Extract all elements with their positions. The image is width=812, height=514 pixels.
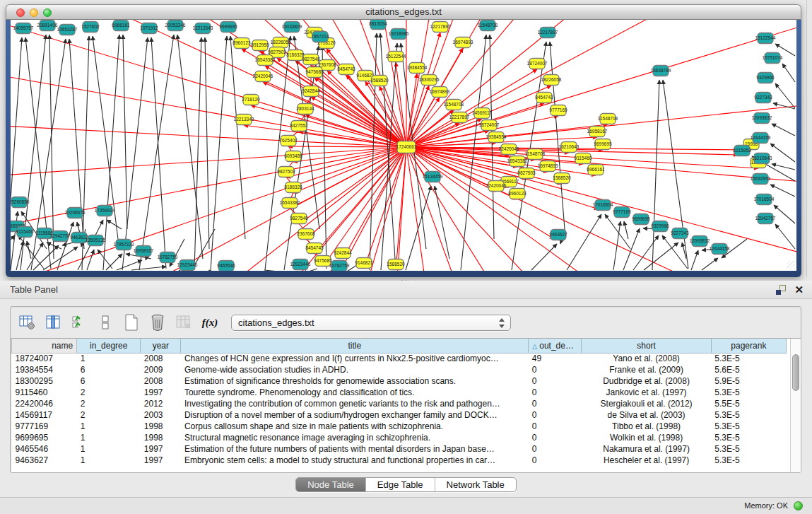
table-cell[interactable]: 9699695 (12, 432, 77, 443)
table-cell[interactable]: 5.3E-5 (711, 432, 786, 443)
graph-node[interactable]: 9115460 (575, 153, 592, 164)
table-cell[interactable]: 18300295 (12, 375, 77, 387)
table-row[interactable]: 911546021997Tourette syndrome. Phenomeno… (12, 387, 787, 398)
graph-node[interactable]: 9777169 (549, 105, 567, 116)
edge-black[interactable] (106, 254, 122, 270)
graph-node[interactable]: 12213343 (193, 23, 213, 34)
graph-node[interactable]: 9227343 (754, 93, 772, 103)
graph-node[interactable]: 9329966 (756, 73, 775, 83)
close-window-button[interactable] (16, 8, 25, 17)
graph-node[interactable]: 11548708 (444, 100, 464, 110)
graph-node[interactable]: 9242844 (302, 86, 320, 97)
edge-black[interactable] (550, 42, 565, 229)
graph-node[interactable]: 2718120 (242, 95, 260, 105)
graph-node[interactable]: 11548708 (598, 114, 618, 124)
table-cell[interactable]: de Silva et al. (2003) (582, 409, 711, 421)
graph-node[interactable]: 16958167 (134, 246, 154, 257)
table-cell[interactable]: Disruption of a novel member of a sodium… (181, 409, 529, 421)
graph-node[interactable]: 18724007 (479, 120, 500, 131)
graph-node[interactable]: 12093832 (752, 113, 772, 124)
edge-red[interactable] (306, 147, 406, 240)
table-cell[interactable]: 14569117 (12, 409, 77, 421)
zoom-window-button[interactable] (43, 8, 52, 17)
table-cell[interactable]: 0 (529, 364, 582, 375)
table-cell[interactable]: 0 (529, 375, 582, 387)
table-cell[interactable]: 2 (77, 398, 141, 409)
graph-node[interactable]: 1588520 (553, 173, 571, 184)
edge-black[interactable] (633, 235, 659, 270)
graph-node[interactable]: 7857224 (311, 32, 329, 42)
graph-node[interactable]: 18226058 (271, 37, 291, 48)
graph-node[interactable]: 9777169 (613, 207, 631, 218)
graph-node[interactable]: 16974893 (538, 161, 558, 172)
table-row[interactable]: 1872400712008Changes of HCN gene express… (12, 353, 787, 364)
graph-node[interactable]: 1588520 (387, 259, 405, 270)
table-cell[interactable]: 5.3E-5 (711, 443, 786, 455)
graph-node[interactable]: 9146821 (355, 258, 373, 269)
graph-node[interactable]: 14569117 (472, 108, 493, 119)
float-panel-icon[interactable] (776, 285, 786, 295)
graph-node[interactable]: 6966161 (112, 21, 130, 31)
table-cell[interactable]: 0 (529, 455, 582, 466)
graph-node[interactable]: 16543382 (507, 156, 528, 167)
table-cell[interactable]: Wolkin et al. (1998) (582, 432, 711, 443)
graph-node[interactable]: 9827503 (517, 168, 536, 179)
column-header-pagerank[interactable]: pagerank (711, 339, 786, 353)
graph-node[interactable]: 9699695 (219, 22, 237, 33)
table-cell[interactable]: 2008 (141, 375, 181, 387)
edge-black[interactable] (406, 186, 431, 270)
table-row[interactable]: 1456911722003Disruption of a novel membe… (12, 409, 787, 421)
edge-black[interactable] (435, 186, 449, 259)
table-cell[interactable]: 5.9E-5 (711, 375, 786, 387)
graph-node[interactable]: 8912955 (251, 40, 269, 51)
graph-node[interactable]: 12923446 (177, 260, 198, 271)
table-cell[interactable]: 5.3E-5 (711, 409, 786, 421)
edge-black[interactable] (774, 205, 795, 223)
graph-node[interactable]: 8960123 (508, 189, 526, 199)
minimize-window-button[interactable] (30, 8, 38, 17)
table-cell[interactable]: 2003 (141, 409, 181, 421)
graph-node[interactable]: 9115460 (16, 227, 34, 238)
graph-node[interactable]: 16648784 (651, 66, 671, 76)
graph-node[interactable]: 18300295 (419, 75, 440, 86)
graph-node[interactable]: 20891406 (37, 21, 58, 31)
graph-node[interactable]: 13505135 (86, 235, 106, 246)
graph-node[interactable]: 8454743 (337, 64, 355, 75)
graph-node[interactable]: 22420046 (486, 181, 507, 192)
graph-node[interactable]: 20053346 (165, 21, 186, 31)
edge-black[interactable] (122, 37, 148, 270)
table-cell[interactable]: 1997 (141, 443, 181, 455)
graph-node[interactable]: 12444158 (751, 133, 771, 144)
table-cell[interactable]: Changes of HCN gene expression and I(f) … (181, 353, 529, 364)
graph-node[interactable]: 9465546 (217, 261, 235, 271)
edge-black[interactable] (117, 260, 142, 270)
graph-node[interactable]: 18724007 (527, 59, 548, 69)
table-cell[interactable]: 2008 (141, 353, 181, 364)
graph-node[interactable]: 12942757 (755, 214, 776, 224)
edge-black[interactable] (663, 80, 688, 269)
graph-node[interactable]: 19384554 (407, 63, 428, 74)
graph-node[interactable]: 16543382 (255, 55, 276, 66)
graph-node[interactable]: 16974893 (453, 37, 473, 48)
graph-node[interactable]: 9227343 (671, 228, 689, 239)
graph-node[interactable]: 9699695 (632, 214, 650, 225)
table-cell[interactable]: 0 (529, 387, 582, 398)
table-cell[interactable]: 5.3E-5 (711, 387, 786, 398)
graph-node[interactable]: 12444158 (710, 244, 730, 255)
table-cell[interactable]: 5.3E-5 (711, 421, 786, 432)
graph-node[interactable]: 20206576 (65, 208, 86, 218)
graph-node[interactable]: 12923446 (290, 259, 311, 270)
column-header-title[interactable]: title (181, 339, 529, 353)
edge-black[interactable] (33, 245, 59, 270)
table-cell[interactable]: Estimation of significance thresholds fo… (181, 375, 529, 387)
table-cell[interactable]: 1 (77, 443, 141, 455)
graph-node[interactable]: 17240661 (396, 141, 417, 153)
table-cell[interactable]: 49 (529, 353, 582, 364)
table-cell[interactable]: Stergiakouli et al. (2012) (582, 398, 711, 409)
edge-black[interactable] (230, 36, 245, 239)
table-row[interactable]: 946554611997Estimation of the future num… (12, 443, 787, 455)
edge-black[interactable] (613, 221, 620, 270)
tab-node-table[interactable]: Node Table (296, 478, 366, 491)
graph-node[interactable]: 15122544 (386, 52, 406, 62)
graph-node[interactable]: 9827548 (290, 214, 308, 224)
